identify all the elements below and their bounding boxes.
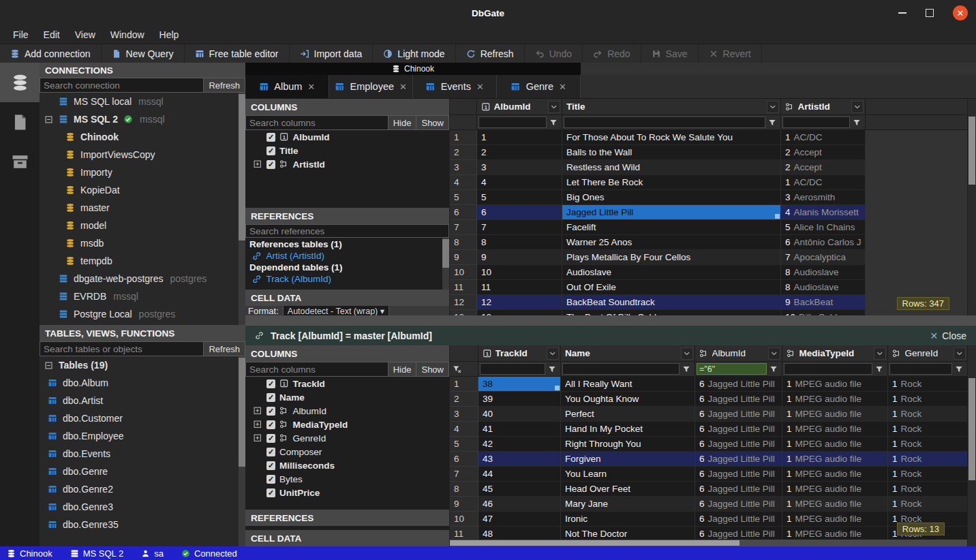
grid-cell[interactable]: The Best Of Billy Cobham [562, 310, 781, 315]
filter-funnel-icon[interactable] [767, 363, 780, 375]
reference-link-artist-artistid[interactable]: Artist (ArtistId) [245, 250, 449, 262]
filter-funnel-icon[interactable] [850, 116, 864, 128]
grid-cell[interactable]: 6Jagged Little Pill [695, 377, 782, 392]
search-tables-input[interactable] [40, 341, 204, 356]
search-columns-input[interactable] [245, 115, 388, 130]
row-number[interactable]: 5 [450, 437, 478, 452]
row-number[interactable]: 6 [450, 205, 477, 220]
grid-cell[interactable]: 1Rock [888, 437, 968, 452]
close-icon[interactable]: ✕ [476, 82, 484, 92]
grid-cell[interactable]: Restless and Wild [562, 160, 781, 175]
grid-cell[interactable]: Hand In My Pocket [561, 422, 695, 437]
grid-cell[interactable]: 11 [477, 280, 562, 295]
rail-archive[interactable] [0, 142, 40, 181]
grid-cell[interactable]: 1Rock [888, 407, 968, 422]
grid-cell[interactable]: 1Rock [888, 422, 968, 437]
grid-cell[interactable]: 1MPEG audio file [782, 392, 888, 407]
grid-cell[interactable]: 6Jagged Little Pill [695, 392, 782, 407]
grid-cell[interactable]: Audioslave [562, 265, 781, 280]
grid-cell[interactable]: 46 [478, 497, 561, 512]
menu-view[interactable]: View [67, 26, 103, 44]
grid-cell[interactable]: 13 [477, 310, 562, 315]
row-number[interactable]: 1 [450, 130, 477, 145]
grid-cell[interactable]: 1MPEG audio file [782, 407, 888, 422]
grid-cell[interactable]: 47 [478, 512, 561, 527]
column-toggle-milliseconds[interactable]: ✓Milliseconds [245, 458, 449, 472]
row-number[interactable]: 3 [450, 160, 477, 175]
grid-cell[interactable]: 6Jagged Little Pill [695, 467, 782, 482]
chevron-down-icon[interactable] [851, 101, 864, 113]
vertical-scrollbar[interactable] [967, 99, 976, 315]
row-number[interactable]: 7 [450, 467, 478, 482]
row-number[interactable]: 8 [450, 235, 477, 250]
grid-cell[interactable]: 41 [478, 422, 561, 437]
grid-cell[interactable]: 9 [477, 250, 562, 265]
filter-funnel-icon[interactable] [680, 363, 693, 375]
checkbox-checked[interactable]: ✓ [266, 160, 275, 169]
checkbox-checked[interactable]: ✓ [266, 420, 275, 429]
grid-cell[interactable]: You Learn [561, 467, 695, 482]
grid-cell[interactable]: 1MPEG audio file [782, 422, 888, 437]
filter-funnel-icon[interactable] [765, 116, 779, 128]
row-number[interactable]: 4 [450, 175, 477, 190]
column-toggle-name[interactable]: ✓Name [245, 390, 449, 404]
checkbox-checked[interactable]: ✓ [266, 146, 275, 155]
grid-cell[interactable]: 1Rock [888, 482, 968, 497]
grid-cell[interactable]: Right Through You [561, 437, 695, 452]
row-number[interactable]: 3 [450, 407, 478, 422]
column-header-title[interactable]: Title [562, 99, 781, 114]
grid-cell[interactable]: BackBeat Soundtrack [562, 295, 781, 310]
column-toggle-mediatypeid[interactable]: ✓MediaTypeId [245, 418, 449, 431]
filter-input-title[interactable] [564, 116, 765, 128]
column-toggle-title[interactable]: ✓Title [245, 144, 449, 157]
maximize-icon[interactable] [926, 9, 934, 17]
filter-funnel-icon[interactable] [872, 363, 886, 375]
close-window-icon[interactable]: ✕ [953, 5, 968, 20]
database-item-importy[interactable]: Importy [40, 164, 245, 181]
grid-cell[interactable]: 2Accept [781, 160, 866, 175]
tab-employee[interactable]: Employee✕ [329, 75, 413, 98]
grid-cell[interactable]: 6Jagged Little Pill [695, 452, 782, 467]
rail-connections[interactable] [0, 63, 40, 102]
grid-cell[interactable]: 8 [477, 235, 562, 250]
checkbox-checked[interactable]: ✓ [266, 448, 275, 456]
row-number[interactable]: 12 [450, 295, 477, 310]
grid-cell[interactable]: 6Antônio Carlos J [781, 235, 866, 250]
row-number[interactable]: 10 [450, 512, 478, 527]
close-icon[interactable]: ✕ [307, 82, 315, 92]
grid-cell[interactable]: Plays Metallica By Four Cellos [562, 250, 781, 265]
tables-refresh-button[interactable]: Refresh [204, 341, 245, 356]
collapse-icon[interactable] [44, 115, 53, 124]
connection-item-dbgate-web-postgres[interactable]: dbgate-web-postgrespostgres [40, 270, 245, 287]
grid-cell[interactable]: Perfect [561, 407, 695, 422]
fill-handle[interactable] [555, 386, 560, 390]
grid-cell[interactable]: 1MPEG audio file [782, 497, 888, 512]
expand-icon[interactable] [252, 159, 262, 169]
vertical-scrollbar[interactable] [967, 345, 976, 546]
grid-cell[interactable]: 8Audioslave [781, 280, 866, 295]
table-item-dbo-genre2[interactable]: dbo.Genre2 [40, 480, 245, 498]
grid-cell[interactable]: 1Rock [888, 392, 968, 407]
hide-button[interactable]: Hide [388, 115, 417, 130]
filter-funnel-icon[interactable] [545, 363, 559, 375]
filter-input-trackid[interactable] [480, 363, 545, 375]
checkbox-checked[interactable]: ✓ [266, 133, 275, 142]
chevron-down-icon[interactable] [681, 347, 693, 360]
database-item-master[interactable]: master [40, 199, 245, 217]
scrollbar-thumb[interactable] [969, 378, 975, 480]
grid-cell[interactable]: 1AC/DC [781, 130, 866, 145]
expand-icon[interactable] [252, 406, 262, 416]
filter-input-name[interactable] [562, 363, 680, 375]
horizontal-splitter[interactable] [245, 315, 976, 326]
row-number[interactable]: 9 [450, 497, 478, 512]
connection-item-ms-sql-2[interactable]: MS SQL 2mssql [40, 110, 245, 128]
sidebar-scrollbar[interactable] [239, 93, 245, 325]
search-columns-input[interactable] [245, 362, 388, 377]
column-header-albumid[interactable]: 1AlbumId [477, 99, 562, 114]
checkbox-checked[interactable]: ✓ [266, 461, 275, 470]
tab-album[interactable]: Album✕ [245, 75, 329, 98]
menu-file[interactable]: File [5, 26, 36, 44]
reference-link-track-albumid[interactable]: Track (AlbumId) [245, 273, 449, 285]
column-header-trackid[interactable]: 1TrackId [478, 345, 561, 361]
database-item-tempdb[interactable]: tempdb [40, 252, 245, 270]
